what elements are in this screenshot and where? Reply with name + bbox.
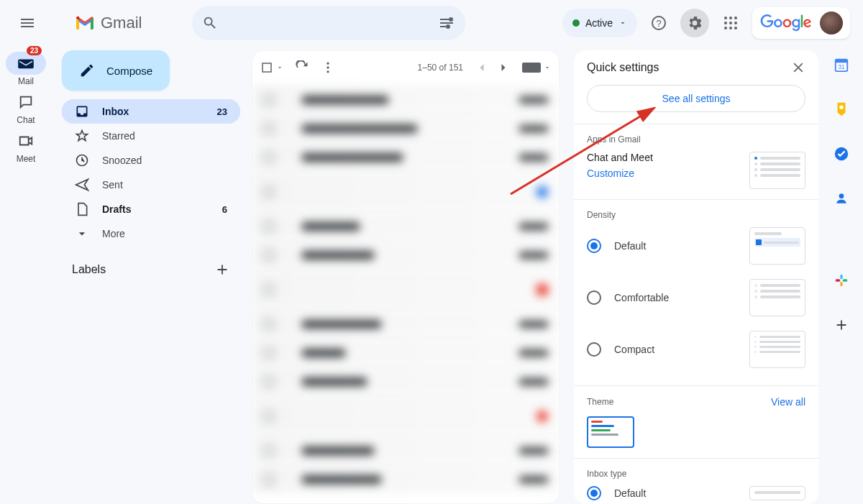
more-vert-icon (321, 60, 335, 75)
keep-icon (834, 101, 849, 117)
svg-point-16 (327, 66, 329, 68)
svg-text:?: ? (656, 18, 661, 29)
theme-section: Theme View all (574, 385, 818, 458)
inbox-type-thumb (749, 486, 805, 500)
mail-list: 1–50 of 151 (252, 50, 560, 504)
mail-icon (18, 57, 34, 70)
density-compact-thumb (749, 331, 805, 368)
density-compact[interactable]: Compact (587, 324, 805, 375)
more-actions-button[interactable] (321, 60, 335, 75)
apps-grid-icon (723, 16, 738, 30)
apps-thumbnail (749, 152, 805, 189)
select-all-checkbox[interactable] (260, 61, 283, 74)
apps-customize-link[interactable]: Customize (587, 168, 653, 179)
search-bar[interactable] (192, 6, 465, 40)
see-all-settings-button[interactable]: See all settings (587, 85, 805, 112)
compose-button[interactable]: Compose (62, 50, 170, 91)
account-chip[interactable] (752, 7, 850, 39)
gmail-icon (75, 15, 95, 31)
hamburger-icon (19, 14, 36, 32)
help-icon: ? (650, 14, 667, 32)
density-comfortable[interactable]: Comfortable (587, 272, 805, 324)
contacts-icon (834, 191, 849, 206)
theme-view-all-link[interactable]: View all (771, 396, 805, 408)
file-icon (75, 202, 89, 216)
header: Gmail Active ? (0, 0, 863, 46)
apps-text: Chat and Meet (587, 152, 653, 163)
svg-point-7 (724, 22, 727, 24)
svg-point-21 (839, 106, 844, 110)
search-options-icon[interactable] (438, 14, 455, 32)
tasks-addon[interactable] (827, 139, 856, 168)
rail-meet-label: Meet (17, 154, 36, 164)
slack-addon[interactable] (827, 266, 856, 295)
rail-mail[interactable]: 23 Mail (6, 52, 46, 86)
svg-text:31: 31 (838, 64, 845, 70)
radio-checked-icon (587, 486, 601, 500)
chevron-down-icon (75, 226, 89, 241)
star-icon (75, 129, 89, 143)
prev-page-button[interactable] (475, 60, 489, 75)
app-name: Gmail (101, 14, 142, 32)
meet-icon (18, 133, 34, 149)
density-default[interactable]: Default (587, 220, 805, 272)
theme-heading: Theme (587, 397, 613, 407)
status-label: Active (585, 17, 613, 29)
google-logo-icon (759, 14, 813, 32)
labels-title: Labels (72, 263, 106, 276)
density-comfortable-thumb (749, 279, 805, 316)
svg-point-11 (729, 27, 732, 29)
slack-icon (834, 273, 849, 288)
svg-point-4 (724, 17, 727, 19)
support-button[interactable]: ? (644, 9, 673, 37)
nav: Inbox 23 Starred Snoozed Sent Drafts 6 M… (62, 99, 240, 246)
clock-icon (75, 153, 89, 168)
contacts-addon[interactable] (827, 184, 856, 213)
nav-starred[interactable]: Starred (62, 124, 240, 148)
avatar[interactable] (820, 12, 843, 35)
close-settings-button[interactable] (791, 60, 805, 75)
checkbox-icon (260, 61, 273, 74)
nav-snoozed[interactable]: Snoozed (62, 148, 240, 173)
rail-mail-label: Mail (18, 76, 34, 86)
add-label-button[interactable] (214, 262, 230, 278)
add-addon-button[interactable] (827, 311, 856, 339)
radio-checked-icon (587, 239, 601, 253)
google-apps-button[interactable] (716, 9, 745, 37)
nav-inbox-label: Inbox (102, 106, 129, 117)
density-default-thumb (749, 227, 805, 265)
next-page-button[interactable] (496, 60, 511, 75)
refresh-button[interactable] (295, 60, 309, 75)
rail-chat[interactable]: Chat (6, 91, 46, 125)
svg-rect-27 (836, 279, 841, 281)
density-comfortable-label: Comfortable (614, 292, 669, 303)
rail-meet[interactable]: Meet (6, 129, 46, 164)
nav-more[interactable]: More (62, 221, 240, 246)
svg-rect-26 (840, 282, 842, 287)
main-menu-button[interactable] (10, 6, 45, 40)
theme-thumbnail[interactable] (587, 416, 634, 448)
search-input[interactable] (218, 17, 438, 29)
gmail-logo[interactable]: Gmail (75, 14, 142, 32)
settings-header: Quick settings (574, 50, 818, 85)
inbox-type-section: Inbox type Default (574, 458, 818, 504)
svg-point-12 (734, 27, 737, 29)
keep-addon[interactable] (827, 95, 856, 124)
status-chip[interactable]: Active (562, 9, 637, 37)
input-tool-button[interactable] (522, 63, 551, 73)
app-rail: 23 Mail Chat Meet (0, 46, 52, 164)
nav-drafts-count: 6 (222, 204, 227, 215)
mail-badge: 23 (27, 46, 42, 55)
keyboard-icon (522, 63, 541, 73)
nav-sent[interactable]: Sent (62, 173, 240, 197)
settings-button[interactable] (680, 9, 709, 37)
nav-more-label: More (102, 228, 125, 239)
nav-inbox[interactable]: Inbox 23 (62, 99, 240, 124)
calendar-addon[interactable]: 31 (827, 50, 856, 79)
inbox-type-default[interactable]: Default (587, 479, 805, 504)
apps-section: Apps in Gmail Chat and Meet Customize (574, 124, 818, 199)
radio-icon (587, 290, 601, 305)
chat-icon (18, 94, 34, 110)
quick-settings-panel: Quick settings See all settings Apps in … (574, 50, 818, 504)
nav-drafts[interactable]: Drafts 6 (62, 197, 240, 221)
